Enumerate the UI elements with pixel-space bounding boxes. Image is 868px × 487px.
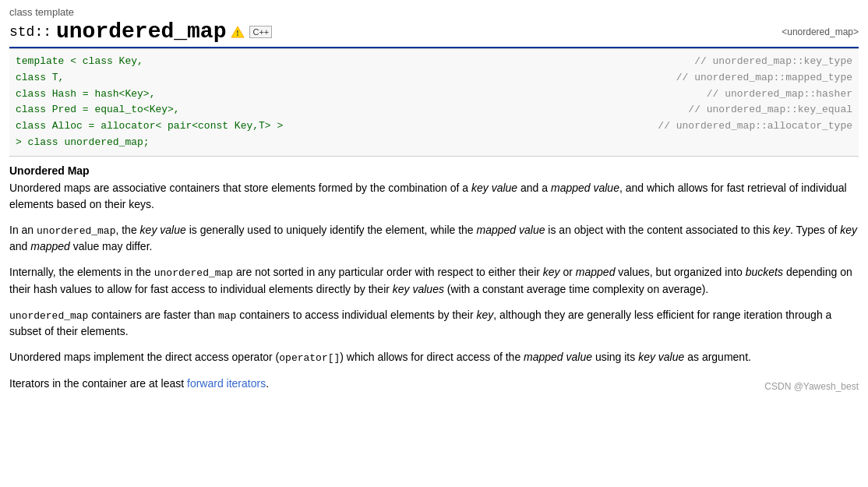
italic-key-value-1: key value — [471, 182, 517, 194]
code-left-4: class Pred = equal_to<Key>, — [16, 102, 180, 118]
bottom-footer: Iterators in the container are at least … — [9, 376, 859, 392]
italic-mapped-value-1: mapped value — [551, 182, 619, 194]
std-prefix: std:: — [9, 24, 51, 40]
italic-buckets: buckets — [746, 266, 783, 278]
paragraph-5: Unordered maps implement the direct acce… — [9, 349, 859, 366]
code-line-5: class Alloc = allocator< pair<const Key,… — [16, 118, 852, 135]
italic-key-4: key — [477, 309, 494, 321]
italic-mapped-value-5: mapped value — [524, 351, 592, 363]
code-line-4: class Pred = equal_to<Key>, // unordered… — [16, 102, 852, 118]
code-right-4: // unordered_map::key_equal — [672, 102, 852, 118]
paragraph-3: Internally, the elements in the unordere… — [9, 264, 859, 298]
code-right-1: // unordered_map::key_type — [679, 54, 852, 70]
paragraph-6: Iterators in the container are at least … — [9, 376, 269, 392]
italic-key-2: key — [840, 224, 857, 236]
italic-key-3: key — [543, 266, 560, 278]
forward-iterators-link[interactable]: forward iterators — [187, 377, 266, 390]
class-label: class template — [9, 6, 859, 18]
title-row: std::unordered_map ! C++ <unordered_map> — [9, 19, 859, 48]
warning-icon: ! — [231, 26, 245, 38]
italic-mapped-3: mapped — [576, 266, 616, 278]
title-left: std::unordered_map ! C++ — [9, 19, 272, 44]
italic-mapped-2: mapped — [30, 240, 70, 252]
section-title: Unordered Map — [9, 164, 859, 177]
code-line-6: > class unordered_map; — [16, 135, 852, 151]
inline-code-unordered-map-1: unordered_map — [37, 225, 115, 237]
code-left-6: > class unordered_map; — [16, 135, 150, 151]
class-name-heading: unordered_map — [56, 19, 226, 44]
inline-code-unordered-map-2: unordered_map — [154, 267, 233, 279]
code-left-2: class T, — [16, 70, 64, 86]
code-left-3: class Hash = hash<Key>, — [16, 86, 155, 103]
inline-code-map: map — [218, 310, 236, 322]
code-right-2: // unordered_map::mapped_type — [661, 70, 852, 86]
italic-mapped-value-2: mapped value — [477, 224, 545, 236]
footer-credit: CSDN @Yawesh_best — [764, 381, 859, 392]
code-line-2: class T, // unordered_map::mapped_type — [16, 70, 852, 86]
inline-code-unordered-map-3: unordered_map — [9, 310, 88, 322]
italic-key-values: key values — [393, 283, 444, 295]
code-line-3: class Hash = hash<Key>, // unordered_map… — [16, 86, 852, 103]
code-line-1: template < class Key, // unordered_map::… — [16, 54, 852, 70]
code-block: template < class Key, // unordered_map::… — [9, 48, 859, 157]
paragraph-1: Unordered maps are associative container… — [9, 180, 859, 213]
paragraph-2: In an unordered_map, the key value is ge… — [9, 222, 859, 256]
paragraph-4: unordered_map containers are faster than… — [9, 307, 859, 341]
code-right-5: // unordered_map::allocator_type — [642, 118, 852, 135]
italic-key-1: key — [773, 224, 790, 236]
inline-code-operator: operator[] — [279, 352, 340, 364]
top-right-link: <unordered_map> — [782, 26, 859, 37]
cpp-badge: C++ — [249, 26, 272, 38]
italic-key-value-5: key value — [638, 351, 684, 363]
italic-key-value-2: key value — [140, 224, 186, 236]
code-right-6 — [837, 135, 852, 151]
code-right-3: // unordered_map::hasher — [691, 86, 852, 103]
code-left-1: template < class Key, — [16, 54, 143, 70]
code-left-5: class Alloc = allocator< pair<const Key,… — [16, 118, 283, 135]
svg-text:!: ! — [237, 29, 239, 37]
